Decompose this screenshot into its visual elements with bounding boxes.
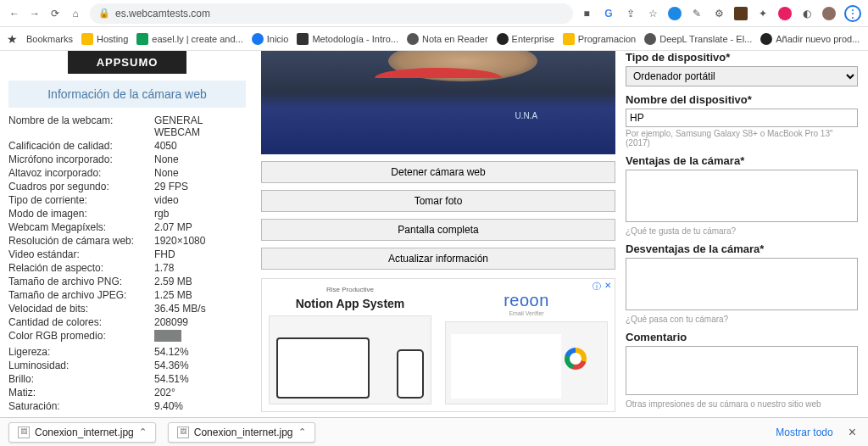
bookmark-easelly[interactable]: easel.ly | create and... — [136, 33, 242, 45]
folder-icon — [563, 33, 575, 45]
info-value: 208099 — [154, 316, 246, 328]
nav-buttons: ← → ⟳ ⌂ — [7, 6, 83, 21]
video-ext-icon[interactable]: ■ — [580, 7, 593, 20]
back-button[interactable]: ← — [7, 6, 22, 21]
center-panel: U.N.A Detener cámara web Tomar foto Pant… — [254, 51, 622, 417]
google-ext-icon[interactable]: G — [602, 7, 615, 20]
share-icon[interactable]: ⇪ — [624, 7, 637, 20]
bookmark-inicio[interactable]: Inicio — [252, 33, 289, 45]
info-label: Luminosidad: — [8, 360, 154, 371]
info-row: Resolución de cámara web:1920×1080 — [8, 234, 246, 248]
url-bar[interactable]: 🔒 es.webcamtests.com — [90, 3, 573, 24]
color-swatch — [154, 330, 181, 342]
device-type-select[interactable]: Ordenador portátil — [626, 66, 858, 86]
bookmark-nota[interactable]: Nota en Reader — [407, 33, 488, 45]
info-value: 202° — [154, 387, 246, 399]
forward-button[interactable]: → — [27, 6, 42, 21]
fullscreen-button[interactable]: Pantalla completa — [261, 219, 615, 241]
ext-brown-icon[interactable] — [734, 7, 748, 20]
browser-menu-icon[interactable]: ⋮ — [844, 5, 861, 22]
home-button[interactable]: ⌂ — [68, 6, 83, 21]
ad-mockup — [269, 315, 431, 404]
info-value: 54.12% — [154, 346, 246, 358]
info-label: Resolución de cámara web: — [8, 235, 154, 247]
info-value: GENERAL WEBCAM — [154, 114, 246, 138]
download-item-2[interactable]: 🖼 Conexion_internet.jpg ⌃ — [168, 422, 315, 443]
info-row: Tamaño de archivo PNG:2.59 MB — [8, 275, 246, 288]
bookmark-metodologia[interactable]: Metodología - Intro... — [297, 33, 398, 45]
preview-collar — [375, 68, 502, 102]
ad-reoon-title: reoon — [504, 291, 549, 310]
webcam-preview: U.N.A — [261, 51, 615, 154]
advantages-hint: ¿Qué te gusta de tu cámara? — [626, 226, 858, 236]
info-label: Video estándar: — [8, 248, 154, 260]
device-name-input[interactable] — [626, 109, 858, 127]
info-value: video — [154, 194, 246, 206]
shirt-logo-text: U.N.A — [515, 111, 537, 120]
bookmark-enterprise[interactable]: Enterprise — [497, 33, 554, 45]
comment-textarea[interactable] — [626, 346, 858, 395]
settings-ext-icon[interactable]: ⚙ — [712, 7, 726, 20]
info-label: Modo de imagen: — [8, 208, 154, 220]
favicon-icon — [644, 33, 656, 45]
device-name-hint: Por ejemplo, Samsung Galaxy S8+ o MacBoo… — [626, 129, 858, 148]
advantages-textarea[interactable] — [626, 170, 858, 222]
chevron-up-icon[interactable]: ⌃ — [139, 426, 147, 438]
info-value: 1.78 — [154, 262, 246, 274]
file-icon: 🖼 — [177, 426, 189, 438]
download-item-1[interactable]: 🖼 Conexion_internet.jpg ⌃ — [8, 422, 156, 443]
info-row: Luminosidad:54.36% — [8, 359, 246, 372]
comment-label: Comentario — [626, 331, 858, 343]
bookmark-anadir[interactable]: Añadir nuevo prod... — [760, 33, 860, 45]
info-row: Cuadros por segundo:29 FPS — [8, 180, 246, 193]
appsumo-badge[interactable]: APPSUMO — [68, 51, 186, 74]
info-label: Saturación: — [8, 400, 154, 412]
reload-button[interactable]: ⟳ — [47, 6, 63, 21]
info-label: Tipo de corriente: — [8, 194, 154, 206]
info-label: Relación de aspecto: — [8, 262, 154, 274]
info-label: Matiz: — [8, 387, 154, 399]
stop-camera-button[interactable]: Detener cámara web — [261, 161, 615, 183]
info-row: Tamaño de archivo JPEG:1.25 MB — [8, 288, 246, 302]
chevron-up-icon[interactable]: ⌃ — [298, 426, 306, 438]
bookmark-hosting[interactable]: Hosting — [81, 33, 128, 45]
info-value: 4050 — [154, 140, 246, 152]
ext-misc-icon[interactable]: ◐ — [800, 7, 814, 20]
disadvantages-textarea[interactable] — [626, 258, 858, 310]
star-icon[interactable]: ☆ — [646, 7, 659, 20]
bookmark-bookmarks[interactable]: Bookmarks — [26, 34, 73, 44]
webcam-info-panel: APPSUMO Información de la cámara web Nom… — [0, 51, 254, 417]
info-value: FHD — [154, 248, 246, 260]
show-all-downloads[interactable]: Mostrar todo — [776, 426, 832, 438]
info-row: Webcam Megapíxels:2.07 MP — [8, 220, 246, 234]
profile-avatar[interactable] — [822, 7, 836, 20]
info-label: Cantidad de colores: — [8, 316, 154, 328]
info-row: Ligereza:54.12% — [8, 345, 246, 359]
advertisement: ⓘ ✕ Rise Productive Notion App System re… — [261, 278, 615, 412]
info-value: None — [154, 167, 246, 179]
info-value: rgb — [154, 208, 246, 220]
bookmark-deepl[interactable]: DeepL Translate - El... — [644, 33, 752, 45]
info-row: Cantidad de colores:208099 — [8, 315, 246, 329]
info-value: 1920×1080 — [154, 235, 246, 247]
take-photo-button[interactable]: Tomar foto — [261, 190, 615, 212]
pen-ext-icon[interactable]: ✎ — [690, 7, 704, 20]
info-value: 54.51% — [154, 373, 246, 385]
ext-blue-icon[interactable] — [668, 7, 682, 20]
ad-chart-mockup — [445, 321, 608, 404]
ad-left[interactable]: Rise Productive Notion App System — [262, 279, 438, 411]
refresh-info-button[interactable]: Actualizar información — [261, 248, 615, 270]
info-value: 2.59 MB — [154, 276, 246, 287]
info-label: Altavoz incorporado: — [8, 167, 154, 179]
lock-icon: 🔒 — [98, 8, 110, 19]
info-row: Velocidad de bits:36.45 MB/s — [8, 302, 246, 315]
webcam-info-table: Nombre de la webcam:GENERAL WEBCAMCalifi… — [8, 114, 246, 413]
bookmarks-star-icon[interactable]: ★ — [7, 32, 18, 46]
bookmarks-bar: ★ Bookmarks Hosting easel.ly | create an… — [0, 27, 868, 51]
bookmark-programacion[interactable]: Programacion — [563, 33, 636, 45]
ext-pink-icon[interactable] — [778, 7, 792, 20]
close-downloads-bar[interactable]: × — [845, 425, 860, 440]
info-value: 29 FPS — [154, 181, 246, 192]
puzzle-icon[interactable]: ✦ — [756, 7, 770, 20]
ad-right[interactable]: reoon Email Verifier — [438, 279, 615, 411]
